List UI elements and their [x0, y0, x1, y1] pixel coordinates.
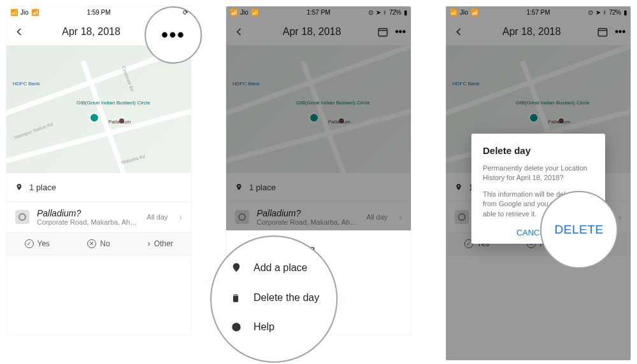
- callout-delete-button: DELETE: [540, 191, 618, 269]
- wifi-icon: 📶: [31, 9, 39, 16]
- poi-bank: HDFC Bank: [13, 81, 40, 87]
- map-pin-primary[interactable]: [89, 113, 99, 123]
- stop-icon: [15, 210, 29, 224]
- callout-more-menu: •••: [145, 6, 202, 64]
- dialog-body-1: Permanently delete your Location History…: [483, 164, 594, 183]
- no-label: No: [100, 239, 110, 248]
- road-label: Makarba Rd: [121, 154, 146, 165]
- chevron-right-icon: ›: [148, 239, 150, 248]
- alarm-icon: ⊙: [368, 9, 373, 16]
- road-label: Vastrapur Station Rd: [13, 122, 54, 140]
- bt-icon: ᚼ: [383, 9, 387, 16]
- trash-icon: [231, 292, 242, 304]
- other-button[interactable]: ›Other: [129, 233, 191, 255]
- yes-button[interactable]: ✓Yes: [6, 233, 68, 255]
- item-title: Palladium?: [37, 208, 139, 218]
- phone-screen-3: 📶Jio📶 1:57 PM ⊙➤ᚼ72%▮ Apr 18, 2018 ••• H…: [446, 6, 631, 360]
- poi-circle: GIB(Great Indian Bustard) Circle: [76, 100, 150, 106]
- help-icon: [231, 321, 242, 333]
- back-button[interactable]: [11, 24, 27, 39]
- svg-point-9: [232, 323, 241, 332]
- no-button[interactable]: ✕No: [68, 233, 130, 255]
- location-icon: ➤: [376, 9, 381, 16]
- carrier-label: Jio: [240, 9, 248, 16]
- add-place-icon: [231, 262, 242, 274]
- wifi-icon: 📶: [251, 9, 259, 16]
- callout-action-sheet: Add a place Delete the day Help: [210, 235, 338, 363]
- signal-icon: 📶: [10, 9, 18, 16]
- carrier-label: Jio: [20, 9, 29, 16]
- poi-palladium: Palladium: [108, 119, 131, 125]
- x-icon: ✕: [87, 239, 96, 248]
- battery-label: 72%: [389, 9, 401, 16]
- svg-point-1: [18, 185, 20, 187]
- yes-label: Yes: [38, 239, 50, 248]
- header-date: Apr 18, 2018: [27, 26, 155, 38]
- item-allday: All day: [147, 213, 168, 221]
- summary-row: 1 place: [6, 173, 191, 202]
- battery-icon: ▮: [404, 9, 408, 16]
- signal-icon: 📶: [230, 9, 238, 16]
- timeline-item[interactable]: Palladium? Corporate Road, Makarba, Ahme…: [6, 202, 191, 232]
- item-subtitle: Corporate Road, Makarba, Ahmedabad, Guja…: [37, 218, 139, 226]
- other-label: Other: [154, 239, 173, 248]
- sync-icon: ⟳: [183, 9, 188, 16]
- map-view[interactable]: HDFC Bank GIB(Great Indian Bustard) Circ…: [6, 46, 191, 173]
- confirm-actions: ✓Yes ✕No ›Other: [6, 232, 191, 255]
- check-icon: ✓: [25, 239, 34, 248]
- place-pin-icon: [15, 182, 23, 192]
- places-count: 1 place: [29, 183, 56, 192]
- chevron-right-icon: ›: [179, 212, 182, 222]
- dialog-title: Delete day: [483, 145, 594, 156]
